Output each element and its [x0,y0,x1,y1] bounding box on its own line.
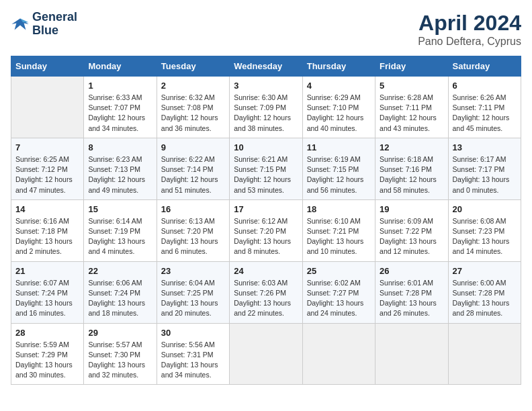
day-info: Sunrise: 6:16 AMSunset: 7:18 PMDaylight:… [15,216,79,257]
day-info: Sunrise: 6:19 AMSunset: 7:15 PMDaylight:… [307,154,371,195]
day-number: 1 [88,81,152,91]
day-info: Sunrise: 6:02 AMSunset: 7:27 PMDaylight:… [307,278,371,319]
calendar-day [448,323,521,385]
header-day-friday: Friday [375,56,448,77]
header-day-saturday: Saturday [448,56,521,77]
day-info: Sunrise: 6:09 AMSunset: 7:22 PMDaylight:… [380,216,443,257]
logo: General Blue [11,11,77,38]
calendar-day: 27Sunrise: 6:00 AMSunset: 7:28 PMDayligh… [448,261,521,323]
day-info: Sunrise: 6:13 AMSunset: 7:20 PMDaylight:… [161,216,225,257]
calendar-day: 4Sunrise: 6:29 AMSunset: 7:10 PMDaylight… [302,77,375,138]
calendar-day: 11Sunrise: 6:19 AMSunset: 7:15 PMDayligh… [302,138,375,199]
calendar-day: 21Sunrise: 6:07 AMSunset: 7:24 PMDayligh… [11,261,84,323]
day-number: 2 [161,81,225,91]
day-number: 19 [380,204,443,214]
day-number: 21 [15,266,79,276]
calendar-week-2: 7Sunrise: 6:25 AMSunset: 7:12 PMDaylight… [11,138,521,199]
day-info: Sunrise: 6:12 AMSunset: 7:20 PMDaylight:… [234,216,298,257]
day-number: 22 [88,266,152,276]
calendar-day: 20Sunrise: 6:08 AMSunset: 7:23 PMDayligh… [448,199,521,261]
calendar-day: 23Sunrise: 6:04 AMSunset: 7:25 PMDayligh… [157,261,229,323]
day-info: Sunrise: 6:07 AMSunset: 7:24 PMDaylight:… [15,278,79,319]
calendar-day: 22Sunrise: 6:06 AMSunset: 7:24 PMDayligh… [84,261,157,323]
calendar-day: 12Sunrise: 6:18 AMSunset: 7:16 PMDayligh… [375,138,448,199]
calendar-day [375,323,448,385]
logo-text: General Blue [32,11,77,38]
day-number: 28 [15,328,79,338]
title-area: April 2024 Pano Deftera, Cyprus [418,11,521,48]
calendar-day: 14Sunrise: 6:16 AMSunset: 7:18 PMDayligh… [11,199,84,261]
logo-icon [11,15,30,34]
day-number: 16 [161,204,225,214]
calendar-day [302,323,375,385]
calendar-day: 10Sunrise: 6:21 AMSunset: 7:15 PMDayligh… [230,138,302,199]
day-number: 30 [161,328,225,338]
day-info: Sunrise: 6:30 AMSunset: 7:09 PMDaylight:… [234,93,298,134]
day-info: Sunrise: 6:17 AMSunset: 7:17 PMDaylight:… [453,154,517,195]
header-day-thursday: Thursday [302,56,375,77]
day-number: 4 [307,81,371,91]
month-year: April 2024 [418,11,521,36]
day-number: 27 [453,266,517,276]
calendar-day: 15Sunrise: 6:14 AMSunset: 7:19 PMDayligh… [84,199,157,261]
day-info: Sunrise: 6:33 AMSunset: 7:07 PMDaylight:… [88,93,152,134]
day-number: 10 [234,142,298,152]
day-number: 3 [234,81,298,91]
calendar-day: 3Sunrise: 6:30 AMSunset: 7:09 PMDaylight… [230,77,302,138]
calendar-week-1: 1Sunrise: 6:33 AMSunset: 7:07 PMDaylight… [11,77,521,138]
day-info: Sunrise: 6:32 AMSunset: 7:08 PMDaylight:… [161,93,225,134]
day-number: 25 [307,266,371,276]
header-day-monday: Monday [84,56,157,77]
header-day-wednesday: Wednesday [230,56,302,77]
day-info: Sunrise: 6:00 AMSunset: 7:28 PMDaylight:… [453,278,517,319]
calendar-day: 5Sunrise: 6:28 AMSunset: 7:11 PMDaylight… [375,77,448,138]
calendar-day: 1Sunrise: 6:33 AMSunset: 7:07 PMDaylight… [84,77,157,138]
day-number: 23 [161,266,225,276]
day-info: Sunrise: 6:04 AMSunset: 7:25 PMDaylight:… [161,278,225,319]
day-number: 18 [307,204,371,214]
calendar-day: 29Sunrise: 5:57 AMSunset: 7:30 PMDayligh… [84,323,157,385]
day-info: Sunrise: 6:01 AMSunset: 7:28 PMDaylight:… [380,278,443,319]
day-number: 13 [453,142,517,152]
day-number: 24 [234,266,298,276]
day-info: Sunrise: 6:18 AMSunset: 7:16 PMDaylight:… [380,154,443,195]
calendar-day [230,323,302,385]
day-number: 12 [380,142,443,152]
day-number: 26 [380,266,443,276]
calendar-header: SundayMondayTuesdayWednesdayThursdayFrid… [11,56,521,77]
day-info: Sunrise: 6:26 AMSunset: 7:11 PMDaylight:… [453,93,517,134]
calendar-day: 2Sunrise: 6:32 AMSunset: 7:08 PMDaylight… [157,77,229,138]
calendar-day: 24Sunrise: 6:03 AMSunset: 7:26 PMDayligh… [230,261,302,323]
day-info: Sunrise: 6:08 AMSunset: 7:23 PMDaylight:… [453,216,517,257]
day-number: 15 [88,204,152,214]
calendar-week-5: 28Sunrise: 5:59 AMSunset: 7:29 PMDayligh… [11,323,521,385]
header-day-tuesday: Tuesday [157,56,229,77]
calendar-body: 1Sunrise: 6:33 AMSunset: 7:07 PMDaylight… [11,77,521,385]
header-day-sunday: Sunday [11,56,84,77]
day-info: Sunrise: 6:14 AMSunset: 7:19 PMDaylight:… [88,216,152,257]
day-info: Sunrise: 5:56 AMSunset: 7:31 PMDaylight:… [161,340,225,381]
calendar-day: 28Sunrise: 5:59 AMSunset: 7:29 PMDayligh… [11,323,84,385]
calendar-week-3: 14Sunrise: 6:16 AMSunset: 7:18 PMDayligh… [11,199,521,261]
calendar-day: 19Sunrise: 6:09 AMSunset: 7:22 PMDayligh… [375,199,448,261]
day-info: Sunrise: 6:21 AMSunset: 7:15 PMDaylight:… [234,154,298,195]
day-number: 29 [88,328,152,338]
calendar-day: 25Sunrise: 6:02 AMSunset: 7:27 PMDayligh… [302,261,375,323]
day-number: 9 [161,142,225,152]
day-number: 6 [453,81,517,91]
calendar-table: SundayMondayTuesdayWednesdayThursdayFrid… [11,56,521,385]
day-info: Sunrise: 6:22 AMSunset: 7:14 PMDaylight:… [161,154,225,195]
calendar-day: 30Sunrise: 5:56 AMSunset: 7:31 PMDayligh… [157,323,229,385]
calendar-day: 8Sunrise: 6:23 AMSunset: 7:13 PMDaylight… [84,138,157,199]
day-number: 7 [15,142,79,152]
day-number: 8 [88,142,152,152]
day-info: Sunrise: 6:10 AMSunset: 7:21 PMDaylight:… [307,216,371,257]
calendar-week-4: 21Sunrise: 6:07 AMSunset: 7:24 PMDayligh… [11,261,521,323]
calendar-day: 9Sunrise: 6:22 AMSunset: 7:14 PMDaylight… [157,138,229,199]
day-info: Sunrise: 6:28 AMSunset: 7:11 PMDaylight:… [380,93,443,134]
calendar-day: 7Sunrise: 6:25 AMSunset: 7:12 PMDaylight… [11,138,84,199]
day-number: 20 [453,204,517,214]
day-info: Sunrise: 6:03 AMSunset: 7:26 PMDaylight:… [234,278,298,319]
location: Pano Deftera, Cyprus [418,36,521,48]
day-info: Sunrise: 5:59 AMSunset: 7:29 PMDaylight:… [15,340,79,381]
